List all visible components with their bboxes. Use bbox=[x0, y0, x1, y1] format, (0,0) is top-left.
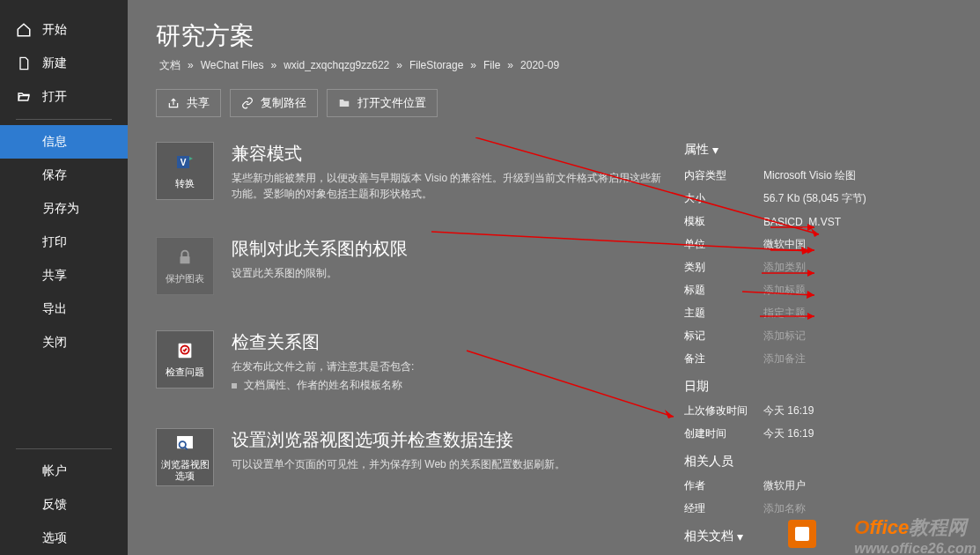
copy-path-button[interactable]: 复制路径 bbox=[230, 89, 318, 117]
sidebar-item-open[interactable]: 打开 bbox=[0, 80, 128, 114]
sidebar-item-save[interactable]: 保存 bbox=[0, 159, 128, 192]
property-row: 标题添加标题 bbox=[684, 283, 962, 298]
watermark-logo-icon bbox=[788, 520, 816, 548]
link-icon bbox=[241, 97, 254, 109]
breadcrumb-separator: » bbox=[507, 59, 513, 71]
info-section: 保护图表限制对此关系图的权限设置此关系图的限制。 bbox=[156, 237, 667, 295]
prop-value[interactable]: 添加标题 bbox=[763, 283, 806, 298]
divider bbox=[16, 448, 112, 449]
property-row: 主题指定主题 bbox=[684, 306, 962, 321]
page-title: 研究方案 bbox=[156, 19, 962, 53]
breadcrumb-separator: » bbox=[271, 59, 277, 71]
prop-label: 类别 bbox=[684, 260, 763, 275]
property-row: 作者微软用户 bbox=[684, 478, 962, 493]
open-location-label: 打开文件位置 bbox=[357, 95, 426, 111]
browser-view-tile[interactable]: 浏览器视图选项 bbox=[156, 428, 214, 486]
section-desc: 可以设置单个页面的可见性，并为保存到 Web 的关系图配置数据刷新。 bbox=[232, 456, 667, 472]
chevron-down-icon: ▾ bbox=[712, 143, 718, 157]
sidebar-item-info[interactable]: 信息 bbox=[0, 125, 128, 159]
breadcrumb-separator: » bbox=[396, 59, 402, 71]
open-location-button[interactable]: 打开文件位置 bbox=[327, 89, 438, 117]
breadcrumb-segment[interactable]: File bbox=[483, 59, 500, 71]
file-icon bbox=[16, 56, 32, 71]
sidebar: 开始新建打开 信息保存另存为打印共享导出关闭 帐户反馈选项 bbox=[0, 0, 128, 555]
property-row: 上次修改时间今天 16:19 bbox=[684, 403, 962, 418]
property-row: 模板BASICD_M.VST bbox=[684, 214, 962, 229]
sidebar-item-options[interactable]: 选项 bbox=[0, 522, 128, 555]
folder-open-icon bbox=[16, 89, 32, 105]
watermark: Office教程网 www.office26.com bbox=[854, 514, 976, 555]
properties-panel: 属性 ▾ 内容类型Microsoft Visio 绘图大小56.7 Kb (58… bbox=[667, 142, 962, 555]
prop-label: 主题 bbox=[684, 306, 763, 321]
prop-value[interactable]: 添加标记 bbox=[763, 329, 806, 344]
sidebar-item-share[interactable]: 共享 bbox=[0, 259, 128, 292]
section-title: 兼容模式 bbox=[232, 142, 667, 166]
prop-value: BASICD_M.VST bbox=[763, 216, 841, 228]
info-section: V转换兼容模式某些新功能被禁用，以便改善与早期版本 Visio 的兼容性。升级到… bbox=[156, 142, 667, 202]
home-icon bbox=[16, 22, 32, 38]
prop-label: 经理 bbox=[684, 501, 763, 516]
prop-label: 单位 bbox=[684, 237, 763, 252]
info-section: 检查问题检查关系图在发布此文件之前，请注意其是否包含:文档属性、作者的姓名和模板… bbox=[156, 330, 667, 393]
sidebar-item-feedback[interactable]: 反馈 bbox=[0, 488, 128, 522]
prop-value: 微软用户 bbox=[763, 478, 806, 493]
svg-rect-2 bbox=[181, 256, 190, 263]
people-header: 相关人员 bbox=[684, 454, 962, 470]
property-row: 单位微软中国 bbox=[684, 237, 962, 252]
divider bbox=[16, 119, 112, 120]
sidebar-item-close[interactable]: 关闭 bbox=[0, 326, 128, 359]
info-section: 浏览器视图选项设置浏览器视图选项并检查数据连接可以设置单个页面的可见性，并为保存… bbox=[156, 428, 667, 486]
sidebar-item-start[interactable]: 开始 bbox=[0, 13, 128, 47]
tile-label: 检查问题 bbox=[166, 366, 204, 378]
prop-value[interactable]: 指定主题 bbox=[763, 306, 806, 321]
breadcrumb-segment[interactable]: FileStorage bbox=[409, 59, 463, 71]
section-title: 检查关系图 bbox=[232, 330, 667, 354]
section-desc: 某些新功能被禁用，以便改善与早期版本 Visio 的兼容性。升级到当前文件格式将… bbox=[232, 170, 667, 202]
prop-label: 上次修改时间 bbox=[684, 403, 763, 418]
prop-label: 标题 bbox=[684, 283, 763, 298]
prop-label: 大小 bbox=[684, 191, 763, 206]
sidebar-item-print[interactable]: 打印 bbox=[0, 226, 128, 259]
prop-value: 今天 16:19 bbox=[763, 426, 814, 441]
inspect-tile[interactable]: 检查问题 bbox=[156, 330, 214, 388]
prop-label: 模板 bbox=[684, 214, 763, 229]
prop-value[interactable]: 添加类别 bbox=[763, 260, 806, 275]
prop-label: 创建时间 bbox=[684, 426, 763, 441]
folder-icon bbox=[338, 97, 350, 109]
property-row: 创建时间今天 16:19 bbox=[684, 426, 962, 441]
breadcrumb-segment[interactable]: wxid_zxqchqzg9zz622 bbox=[284, 59, 389, 71]
sidebar-item-label: 关闭 bbox=[42, 335, 67, 351]
copy-path-label: 复制路径 bbox=[261, 95, 306, 111]
check-icon bbox=[174, 340, 195, 361]
convert-tile[interactable]: V转换 bbox=[156, 142, 214, 200]
breadcrumb-separator: » bbox=[470, 59, 476, 71]
sidebar-item-new[interactable]: 新建 bbox=[0, 47, 128, 80]
share-button[interactable]: 共享 bbox=[156, 89, 221, 117]
sidebar-item-label: 选项 bbox=[42, 530, 67, 546]
property-row: 类别添加类别 bbox=[684, 260, 962, 275]
bullet-icon bbox=[232, 383, 237, 388]
sidebar-item-export[interactable]: 导出 bbox=[0, 292, 128, 326]
property-row: 大小56.7 Kb (58,045 字节) bbox=[684, 191, 962, 206]
tile-label: 保护图表 bbox=[166, 273, 204, 285]
sidebar-item-save-as[interactable]: 另存为 bbox=[0, 192, 128, 226]
breadcrumb-segment[interactable]: WeChat Files bbox=[201, 59, 264, 71]
sidebar-item-label: 开始 bbox=[42, 22, 67, 38]
breadcrumb-segment[interactable]: 文档 bbox=[159, 59, 181, 71]
lock-icon bbox=[174, 247, 195, 268]
sidebar-item-account[interactable]: 帐户 bbox=[0, 455, 128, 488]
sidebar-item-label: 共享 bbox=[42, 268, 67, 284]
section-title: 限制对此关系图的权限 bbox=[232, 237, 667, 261]
share-icon bbox=[167, 97, 180, 109]
toolbar: 共享 复制路径 打开文件位置 bbox=[156, 89, 962, 117]
prop-label: 备注 bbox=[684, 352, 763, 366]
sidebar-item-label: 反馈 bbox=[42, 497, 67, 513]
protect-tile: 保护图表 bbox=[156, 237, 214, 295]
prop-value[interactable]: 添加名称 bbox=[763, 501, 806, 516]
sidebar-item-label: 新建 bbox=[42, 56, 67, 71]
prop-value[interactable]: 添加备注 bbox=[763, 352, 806, 366]
properties-header[interactable]: 属性 ▾ bbox=[684, 142, 962, 158]
breadcrumb[interactable]: 文档»WeChat Files»wxid_zxqchqzg9zz622»File… bbox=[156, 58, 962, 73]
svg-text:V: V bbox=[181, 158, 187, 167]
breadcrumb-segment[interactable]: 2020-09 bbox=[520, 59, 559, 71]
